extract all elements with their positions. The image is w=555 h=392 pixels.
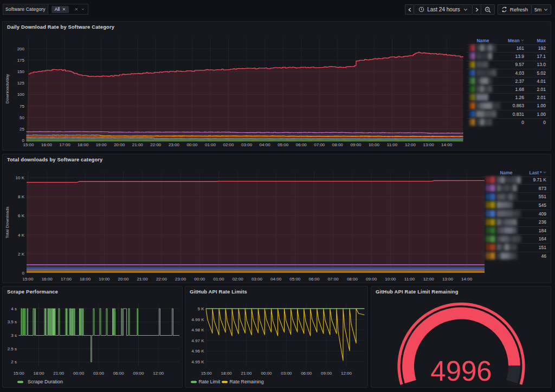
svg-text:10 K: 10 K bbox=[16, 175, 25, 180]
svg-text:Rate Limit: Rate Limit bbox=[199, 379, 221, 384]
svg-text:00:00: 00:00 bbox=[194, 277, 205, 282]
svg-text:18:00: 18:00 bbox=[78, 142, 89, 147]
svg-text:2 s: 2 s bbox=[11, 360, 17, 364]
svg-text:4.96 K: 4.96 K bbox=[191, 349, 204, 354]
svg-text:75: 75 bbox=[20, 104, 24, 109]
svg-text:175: 175 bbox=[17, 58, 25, 63]
svg-text:07:00: 07:00 bbox=[328, 277, 339, 282]
svg-text:18:00: 18:00 bbox=[33, 371, 44, 376]
svg-text:4996: 4996 bbox=[430, 356, 492, 387]
svg-text:04:00: 04:00 bbox=[260, 142, 271, 147]
svg-text:21:00: 21:00 bbox=[137, 277, 149, 282]
svg-text:06:00: 06:00 bbox=[301, 371, 312, 376]
svg-text:16:00: 16:00 bbox=[41, 142, 53, 147]
svg-text:4 K: 4 K bbox=[18, 233, 25, 238]
svg-text:00:00: 00:00 bbox=[186, 142, 198, 147]
svg-text:14:00: 14:00 bbox=[441, 142, 453, 147]
svg-text:09:00: 09:00 bbox=[321, 371, 332, 376]
svg-text:3.5 s: 3.5 s bbox=[8, 319, 17, 324]
svg-text:09:00: 09:00 bbox=[350, 142, 362, 147]
svg-text:2.5 s: 2.5 s bbox=[8, 347, 17, 351]
svg-text:04:00: 04:00 bbox=[270, 277, 282, 282]
svg-text:15:00: 15:00 bbox=[22, 277, 34, 282]
svg-text:3 s: 3 s bbox=[11, 333, 17, 338]
svg-text:05:00: 05:00 bbox=[278, 142, 289, 147]
svg-text:4.95 K: 4.95 K bbox=[191, 360, 204, 364]
svg-text:Scrape Duration: Scrape Duration bbox=[28, 379, 63, 384]
svg-text:22:00: 22:00 bbox=[156, 277, 167, 282]
svg-text:5 K: 5 K bbox=[197, 306, 204, 311]
svg-text:08:00: 08:00 bbox=[332, 142, 344, 147]
svg-text:10:00: 10:00 bbox=[369, 142, 380, 147]
svg-text:12:00: 12:00 bbox=[405, 142, 416, 147]
svg-text:23:00: 23:00 bbox=[175, 277, 186, 282]
svg-text:21:00: 21:00 bbox=[241, 371, 252, 376]
svg-text:09:00: 09:00 bbox=[133, 371, 144, 376]
svg-text:15:00: 15:00 bbox=[201, 371, 212, 376]
svg-text:0: 0 bbox=[22, 271, 25, 276]
svg-text:4.97 K: 4.97 K bbox=[191, 338, 204, 343]
svg-text:Rate Remaining: Rate Remaining bbox=[230, 379, 264, 384]
svg-text:06:00: 06:00 bbox=[113, 371, 125, 376]
svg-text:125: 125 bbox=[17, 81, 25, 86]
svg-text:12:00: 12:00 bbox=[423, 277, 435, 282]
svg-text:150: 150 bbox=[17, 69, 25, 74]
svg-text:00:00: 00:00 bbox=[73, 371, 85, 376]
svg-text:16:00: 16:00 bbox=[42, 277, 53, 282]
svg-text:03:00: 03:00 bbox=[281, 371, 292, 376]
svg-text:17:00: 17:00 bbox=[60, 142, 71, 147]
svg-text:11:00: 11:00 bbox=[404, 277, 415, 282]
svg-text:6 K: 6 K bbox=[18, 213, 25, 218]
svg-text:18:00: 18:00 bbox=[221, 371, 233, 376]
svg-text:2 K: 2 K bbox=[18, 252, 25, 257]
svg-text:50: 50 bbox=[20, 115, 24, 120]
svg-text:4.98 K: 4.98 K bbox=[191, 328, 204, 332]
svg-text:20:00: 20:00 bbox=[114, 142, 125, 147]
svg-text:17:00: 17:00 bbox=[61, 277, 72, 282]
svg-text:00:00: 00:00 bbox=[261, 371, 272, 376]
svg-text:21:00: 21:00 bbox=[53, 371, 64, 376]
svg-text:01:00: 01:00 bbox=[205, 142, 216, 147]
svg-text:08:00: 08:00 bbox=[347, 277, 358, 282]
svg-text:03:00: 03:00 bbox=[241, 142, 253, 147]
svg-text:06:00: 06:00 bbox=[308, 277, 320, 282]
svg-text:19:00: 19:00 bbox=[96, 142, 107, 147]
svg-text:8 K: 8 K bbox=[18, 194, 25, 199]
svg-text:22:00: 22:00 bbox=[150, 142, 162, 147]
svg-text:4 s: 4 s bbox=[11, 306, 17, 311]
svg-text:13:00: 13:00 bbox=[423, 142, 435, 147]
svg-text:Total Downloads: Total Downloads bbox=[5, 207, 10, 239]
svg-text:100: 100 bbox=[17, 92, 25, 97]
svg-text:14:00: 14:00 bbox=[461, 277, 473, 282]
svg-text:20:00: 20:00 bbox=[118, 277, 129, 282]
svg-text:02:00: 02:00 bbox=[233, 277, 244, 282]
svg-text:15:00: 15:00 bbox=[14, 371, 25, 376]
svg-text:02:00: 02:00 bbox=[223, 142, 234, 147]
svg-text:4.99 K: 4.99 K bbox=[191, 317, 204, 322]
svg-text:13:00: 13:00 bbox=[442, 277, 454, 282]
svg-text:01:00: 01:00 bbox=[213, 277, 224, 282]
svg-text:10:00: 10:00 bbox=[385, 277, 396, 282]
svg-text:12:00: 12:00 bbox=[341, 371, 352, 376]
svg-text:12:00: 12:00 bbox=[153, 371, 164, 376]
svg-text:15:00: 15:00 bbox=[23, 142, 34, 147]
svg-text:18:00: 18:00 bbox=[80, 277, 91, 282]
svg-text:05:00: 05:00 bbox=[289, 277, 301, 282]
svg-text:06:00: 06:00 bbox=[296, 142, 307, 147]
svg-text:03:00: 03:00 bbox=[251, 277, 263, 282]
svg-text:200: 200 bbox=[17, 47, 25, 51]
svg-text:25: 25 bbox=[20, 127, 24, 132]
svg-text:11:00: 11:00 bbox=[387, 142, 398, 147]
svg-text:03:00: 03:00 bbox=[93, 371, 105, 376]
svg-text:19:00: 19:00 bbox=[99, 277, 110, 282]
svg-text:07:00: 07:00 bbox=[314, 142, 325, 147]
svg-text:Downloads/day: Downloads/day bbox=[5, 74, 10, 104]
svg-text:21:00: 21:00 bbox=[132, 142, 144, 147]
svg-text:09:00: 09:00 bbox=[366, 277, 377, 282]
svg-text:23:00: 23:00 bbox=[169, 142, 180, 147]
